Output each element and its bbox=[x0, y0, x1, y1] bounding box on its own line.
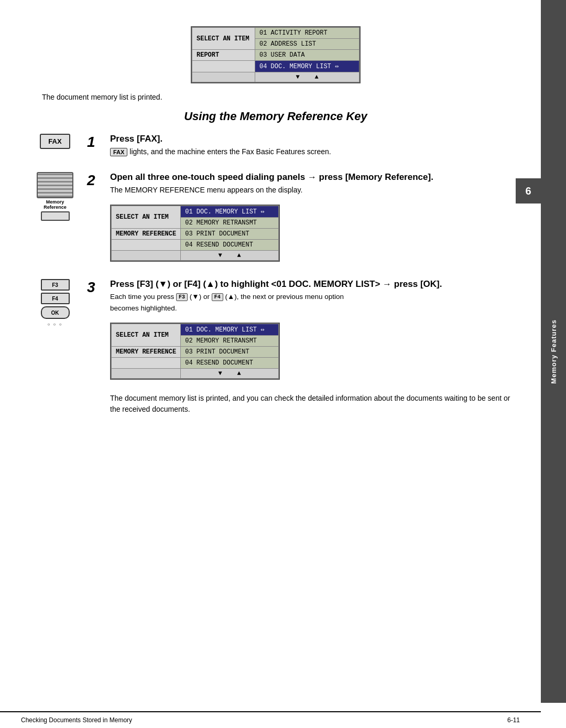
step2-lcd-item2: 02 MEMORY RETRANSMT bbox=[181, 218, 279, 229]
section-number: 6 bbox=[516, 178, 541, 204]
step3-content: 3 Press [F3] (▼) or [F4] (▲) to highligh… bbox=[87, 279, 520, 415]
memory-ref-icon: Memory Reference bbox=[34, 172, 76, 221]
step1-number: 1 bbox=[87, 134, 102, 151]
step2-lcd-arrow-left bbox=[112, 251, 181, 261]
f4-inline: F4 bbox=[212, 293, 223, 301]
step1-container: FAX 1 Press [FAX]. FAX lights, and the m… bbox=[31, 134, 520, 162]
step2-lcd-ref-label: MEMORY REFERENCE bbox=[112, 229, 181, 240]
step2-lcd-item1: 01 DOC. MEMORY LIST ⇔ bbox=[181, 206, 279, 218]
step3-lcd-item2: 02 MEMORY RETRANSMT bbox=[181, 336, 279, 347]
step3-up: (▲), the next or previous menu option bbox=[225, 293, 344, 301]
step3-text-content: Press [F3] (▼) or [F4] (▲) to highlight … bbox=[110, 279, 520, 415]
step2-number: 2 bbox=[87, 172, 102, 189]
step3-container: F3 F4 OK ○ ○ ○ 3 Press [F3] (▼) or [F4] … bbox=[31, 279, 520, 415]
step2-lcd-empty bbox=[112, 240, 181, 251]
step2-heading: Open all three one-touch speed dialing p… bbox=[110, 172, 433, 183]
step1-content: 1 Press [FAX]. FAX lights, and the machi… bbox=[87, 134, 331, 162]
step3-body1: Each time you press bbox=[110, 293, 174, 301]
step2-container: Memory Reference 2 Open all three one-to… bbox=[31, 172, 520, 269]
section-title: Using the Memory Reference Key bbox=[31, 110, 520, 123]
fax-inline: FAX bbox=[110, 148, 127, 156]
step2-lcd-select: SELECT AN ITEM bbox=[112, 206, 181, 229]
step3-body-line1: Each time you press F3 (▼) or F4 (▲), th… bbox=[110, 293, 520, 301]
ok-dots: ○ ○ ○ bbox=[48, 322, 63, 327]
ok-button[interactable]: OK bbox=[41, 306, 70, 319]
lcd-empty-left bbox=[192, 61, 255, 72]
page-container: Memory Features 6 SELECT AN ITEM 01 ACTI… bbox=[0, 0, 566, 728]
step2-lcd: SELECT AN ITEM 01 DOC. MEMORY LIST ⇔ 02 … bbox=[110, 205, 280, 262]
step3-lcd-item3: 03 PRINT DOCUMENT bbox=[181, 347, 279, 358]
step2-icon-area: Memory Reference bbox=[31, 172, 79, 221]
step3-lcd: SELECT AN ITEM 01 DOC. MEMORY LIST ⇔ 02 … bbox=[110, 323, 280, 380]
mem-ref-label: Memory Reference bbox=[43, 199, 67, 210]
f3-inline: F3 bbox=[176, 293, 188, 301]
step3-icon-area: F3 F4 OK ○ ○ ○ bbox=[31, 279, 79, 327]
lcd-arrows-top: ▼ ▲ bbox=[255, 72, 360, 82]
top-doc-text: The document memory list is printed. bbox=[42, 93, 520, 101]
main-content: SELECT AN ITEM 01 ACTIVITY REPORT 02 ADD… bbox=[0, 10, 541, 436]
lcd-item-3: 03 USER DATA bbox=[255, 50, 360, 61]
right-sidebar: Memory Features bbox=[541, 0, 566, 703]
footer-right: 6-11 bbox=[507, 716, 520, 724]
step1-icon-area: FAX bbox=[31, 134, 79, 149]
step3-down: (▼) or bbox=[190, 293, 210, 301]
step2-text-content: Open all three one-touch speed dialing p… bbox=[110, 172, 433, 269]
step3-heading: Press [F3] (▼) or [F4] (▲) to highlight … bbox=[110, 279, 520, 290]
fkey-area: F3 F4 OK ○ ○ ○ bbox=[41, 279, 70, 327]
step3-lcd-item1: 01 DOC. MEMORY LIST ⇔ bbox=[181, 324, 279, 336]
lcd-select-label: SELECT AN ITEM bbox=[192, 28, 255, 50]
footer-left: Checking Documents Stored in Memory bbox=[21, 716, 132, 724]
lcd-item-1: 01 ACTIVITY REPORT bbox=[255, 28, 360, 39]
ok-label: OK bbox=[51, 310, 59, 316]
final-text: The document memory list is printed, and… bbox=[110, 393, 520, 415]
lcd-item-2: 02 ADDRESS LIST bbox=[255, 39, 360, 50]
step2-body: The MEMORY REFERENCE menu appears on the… bbox=[110, 186, 433, 194]
step3-lcd-ref-label: MEMORY REFERENCE bbox=[112, 347, 181, 358]
footer: Checking Documents Stored in Memory 6-11 bbox=[0, 711, 541, 728]
step3-body2: becomes highlighted. bbox=[110, 304, 520, 312]
sidebar-label: Memory Features bbox=[550, 319, 558, 384]
step2-content: 2 Open all three one-touch speed dialing… bbox=[87, 172, 433, 269]
lcd-report-label: REPORT bbox=[192, 50, 255, 61]
step1-body-text: lights, and the machine enters the Fax B… bbox=[129, 147, 331, 156]
step1-body: FAX lights, and the machine enters the F… bbox=[110, 147, 331, 156]
step3-number: 3 bbox=[87, 279, 102, 296]
f3-button[interactable]: F3 bbox=[41, 279, 70, 291]
step3-lcd-select: SELECT AN ITEM bbox=[112, 324, 181, 347]
step3-lcd-item4: 04 RESEND DOCUMENT bbox=[181, 358, 279, 369]
step2-lcd-arrows: ▼ ▲ bbox=[181, 251, 279, 261]
step1-text-content: Press [FAX]. FAX lights, and the machine… bbox=[110, 134, 331, 162]
step1-heading: Press [FAX]. bbox=[110, 134, 331, 144]
f4-button[interactable]: F4 bbox=[41, 293, 70, 304]
lcd-empty-arrow-left bbox=[192, 72, 255, 82]
fax-button[interactable]: FAX bbox=[40, 134, 70, 149]
lcd-item-4-highlighted: 04 DOC. MEMORY LIST ⇔ bbox=[255, 61, 360, 72]
step2-lcd-item3: 03 PRINT DOCUMENT bbox=[181, 229, 279, 240]
step2-lcd-item4: 04 RESEND DOCUMENT bbox=[181, 240, 279, 251]
keyboard-graphic bbox=[37, 172, 73, 198]
mem-ref-btn[interactable] bbox=[41, 211, 70, 221]
top-lcd-display: SELECT AN ITEM 01 ACTIVITY REPORT 02 ADD… bbox=[191, 26, 361, 83]
step3-lcd-arrows: ▼ ▲ bbox=[181, 369, 279, 379]
step3-lcd-arrow-left bbox=[112, 369, 181, 379]
step3-lcd-empty bbox=[112, 358, 181, 369]
